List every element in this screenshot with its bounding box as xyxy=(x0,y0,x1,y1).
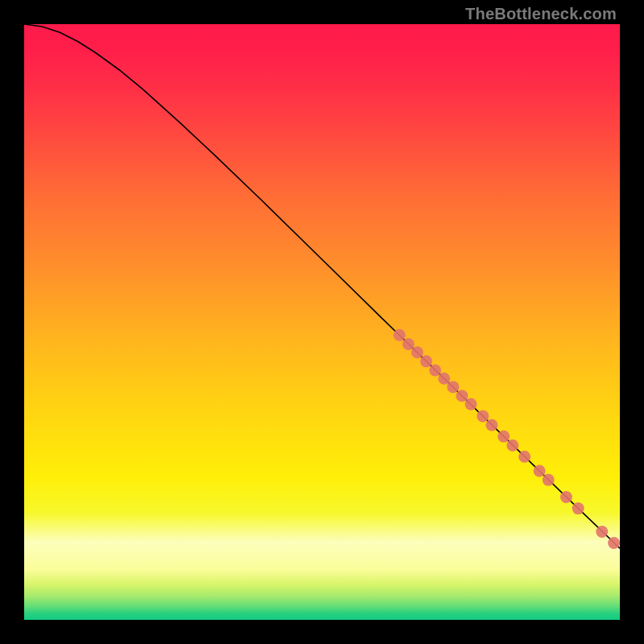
chart-marker xyxy=(429,364,441,376)
chart-background xyxy=(24,24,620,620)
chart-marker xyxy=(465,398,477,411)
chart-marker xyxy=(518,451,530,463)
chart-marker xyxy=(438,373,450,385)
chart-marker xyxy=(543,474,555,486)
chart-marker xyxy=(596,526,608,538)
chart-marker xyxy=(477,410,489,422)
chart-marker xyxy=(497,431,510,443)
chart-marker xyxy=(456,390,468,402)
watermark-text: TheBottleneck.com xyxy=(465,5,617,23)
chart-marker xyxy=(560,491,572,503)
chart-plot-area xyxy=(24,24,620,620)
chart-marker xyxy=(485,419,497,431)
chart-marker xyxy=(506,440,518,452)
chart-svg xyxy=(24,24,620,620)
chart-marker xyxy=(411,346,423,358)
chart-marker xyxy=(402,338,415,350)
chart-stage: TheBottleneck.com xyxy=(0,0,644,644)
chart-marker xyxy=(394,329,406,341)
chart-marker xyxy=(608,537,620,549)
chart-marker xyxy=(447,381,459,393)
chart-marker xyxy=(572,502,584,514)
chart-marker xyxy=(534,465,546,477)
chart-marker xyxy=(420,355,432,367)
